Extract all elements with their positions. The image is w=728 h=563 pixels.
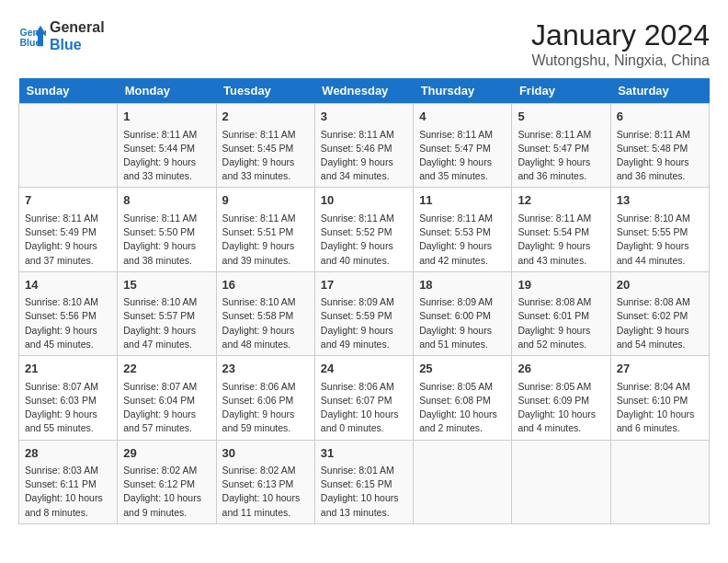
day-number: 5 [518, 108, 604, 126]
day-info: Sunrise: 8:08 AMSunset: 6:01 PMDaylight:… [518, 295, 604, 351]
month-title: January 2024 [531, 18, 710, 52]
location-subtitle: Wutongshu, Ningxia, China [531, 52, 710, 69]
calendar-cell: 6Sunrise: 8:11 AMSunset: 5:48 PMDaylight… [610, 104, 709, 188]
day-info: Sunrise: 8:10 AMSunset: 5:56 PMDaylight:… [25, 295, 111, 351]
day-info: Sunrise: 8:10 AMSunset: 5:58 PMDaylight:… [222, 295, 309, 351]
calendar-cell: 4Sunrise: 8:11 AMSunset: 5:47 PMDaylight… [414, 104, 512, 188]
weekday-header-friday: Friday [512, 78, 610, 104]
logo-icon: General Blue [18, 22, 46, 50]
day-info: Sunrise: 8:04 AMSunset: 6:10 PMDaylight:… [617, 380, 703, 436]
calendar-cell: 16Sunrise: 8:10 AMSunset: 5:58 PMDayligh… [216, 271, 314, 355]
day-number: 25 [419, 360, 506, 378]
day-info: Sunrise: 8:08 AMSunset: 6:02 PMDaylight:… [617, 295, 703, 351]
day-info: Sunrise: 8:05 AMSunset: 6:08 PMDaylight:… [419, 380, 506, 436]
calendar-cell: 26Sunrise: 8:05 AMSunset: 6:09 PMDayligh… [512, 356, 610, 440]
weekday-header-sunday: Sunday [19, 78, 118, 104]
calendar-cell: 27Sunrise: 8:04 AMSunset: 6:10 PMDayligh… [610, 356, 709, 440]
calendar-cell: 29Sunrise: 8:02 AMSunset: 6:12 PMDayligh… [118, 440, 216, 523]
day-info: Sunrise: 8:07 AMSunset: 6:04 PMDaylight:… [123, 380, 210, 436]
day-number: 18 [419, 276, 506, 294]
title-area: January 2024 Wutongshu, Ningxia, China [531, 18, 710, 69]
day-number: 23 [222, 360, 309, 378]
day-info: Sunrise: 8:09 AMSunset: 6:00 PMDaylight:… [419, 295, 506, 351]
day-number: 29 [123, 444, 210, 463]
calendar-cell: 15Sunrise: 8:10 AMSunset: 5:57 PMDayligh… [118, 271, 216, 355]
day-info: Sunrise: 8:01 AMSunset: 6:15 PMDaylight:… [321, 464, 407, 520]
calendar-cell: 9Sunrise: 8:11 AMSunset: 5:51 PMDaylight… [216, 188, 314, 271]
calendar-cell: 7Sunrise: 8:11 AMSunset: 5:49 PMDaylight… [19, 188, 118, 271]
day-info: Sunrise: 8:07 AMSunset: 6:03 PMDaylight:… [25, 380, 111, 436]
day-number: 9 [222, 191, 309, 210]
calendar-cell: 8Sunrise: 8:11 AMSunset: 5:50 PMDaylight… [118, 188, 216, 271]
day-info: Sunrise: 8:11 AMSunset: 5:47 PMDaylight:… [518, 128, 604, 184]
day-info: Sunrise: 8:10 AMSunset: 5:55 PMDaylight:… [617, 212, 703, 268]
day-info: Sunrise: 8:03 AMSunset: 6:11 PMDaylight:… [25, 464, 111, 520]
calendar-cell: 5Sunrise: 8:11 AMSunset: 5:47 PMDaylight… [512, 104, 610, 188]
day-number: 13 [617, 191, 703, 210]
header: General Blue General Blue January 2024 W… [18, 18, 710, 69]
day-number: 6 [617, 108, 703, 126]
calendar-cell: 10Sunrise: 8:11 AMSunset: 5:52 PMDayligh… [314, 188, 413, 271]
day-number: 31 [321, 444, 407, 463]
day-number: 27 [617, 360, 703, 378]
calendar-cell: 21Sunrise: 8:07 AMSunset: 6:03 PMDayligh… [19, 356, 118, 440]
calendar-cell: 3Sunrise: 8:11 AMSunset: 5:46 PMDaylight… [314, 104, 413, 188]
calendar-cell: 28Sunrise: 8:03 AMSunset: 6:11 PMDayligh… [19, 440, 118, 523]
day-info: Sunrise: 8:09 AMSunset: 5:59 PMDaylight:… [321, 295, 407, 351]
day-number: 3 [321, 108, 407, 126]
day-info: Sunrise: 8:06 AMSunset: 6:07 PMDaylight:… [321, 380, 407, 436]
day-number: 30 [222, 444, 309, 463]
day-info: Sunrise: 8:11 AMSunset: 5:49 PMDaylight:… [25, 212, 111, 268]
calendar-cell: 17Sunrise: 8:09 AMSunset: 5:59 PMDayligh… [314, 271, 413, 355]
day-info: Sunrise: 8:11 AMSunset: 5:54 PMDaylight:… [518, 212, 604, 268]
day-info: Sunrise: 8:02 AMSunset: 6:13 PMDaylight:… [222, 464, 309, 520]
day-info: Sunrise: 8:11 AMSunset: 5:44 PMDaylight:… [123, 128, 210, 184]
calendar-cell [610, 440, 709, 523]
calendar-cell: 19Sunrise: 8:08 AMSunset: 6:01 PMDayligh… [512, 271, 610, 355]
weekday-header-saturday: Saturday [610, 78, 709, 104]
calendar-cell [512, 440, 610, 523]
weekday-header-monday: Monday [118, 78, 216, 104]
day-info: Sunrise: 8:11 AMSunset: 5:45 PMDaylight:… [222, 128, 309, 184]
day-number: 1 [123, 108, 210, 126]
day-info: Sunrise: 8:11 AMSunset: 5:46 PMDaylight:… [321, 128, 407, 184]
svg-text:Blue: Blue [20, 37, 41, 48]
calendar-cell: 18Sunrise: 8:09 AMSunset: 6:00 PMDayligh… [414, 271, 512, 355]
day-number: 4 [419, 108, 506, 126]
calendar-table: SundayMondayTuesdayWednesdayThursdayFrid… [18, 78, 710, 524]
calendar-cell: 30Sunrise: 8:02 AMSunset: 6:13 PMDayligh… [216, 440, 314, 523]
calendar-cell: 20Sunrise: 8:08 AMSunset: 6:02 PMDayligh… [610, 271, 709, 355]
day-number: 20 [617, 276, 703, 294]
day-number: 19 [518, 276, 604, 294]
day-number: 24 [321, 360, 407, 378]
weekday-header-wednesday: Wednesday [314, 78, 413, 104]
day-number: 11 [419, 191, 506, 210]
calendar-cell [414, 440, 512, 523]
calendar-cell: 31Sunrise: 8:01 AMSunset: 6:15 PMDayligh… [314, 440, 413, 523]
logo-blue: Blue [50, 36, 105, 53]
calendar-cell: 12Sunrise: 8:11 AMSunset: 5:54 PMDayligh… [512, 188, 610, 271]
logo: General Blue General Blue [18, 18, 105, 53]
day-info: Sunrise: 8:11 AMSunset: 5:47 PMDaylight:… [419, 128, 506, 184]
calendar-cell: 25Sunrise: 8:05 AMSunset: 6:08 PMDayligh… [414, 356, 512, 440]
day-info: Sunrise: 8:11 AMSunset: 5:51 PMDaylight:… [222, 212, 309, 268]
weekday-header-tuesday: Tuesday [216, 78, 314, 104]
day-number: 28 [25, 444, 111, 463]
calendar-cell: 11Sunrise: 8:11 AMSunset: 5:53 PMDayligh… [414, 188, 512, 271]
day-number: 15 [123, 276, 210, 294]
day-info: Sunrise: 8:11 AMSunset: 5:48 PMDaylight:… [617, 128, 703, 184]
day-info: Sunrise: 8:11 AMSunset: 5:52 PMDaylight:… [321, 212, 407, 268]
day-info: Sunrise: 8:02 AMSunset: 6:12 PMDaylight:… [123, 464, 210, 520]
day-number: 2 [222, 108, 309, 126]
logo-general: General [50, 18, 105, 36]
calendar-cell: 23Sunrise: 8:06 AMSunset: 6:06 PMDayligh… [216, 356, 314, 440]
day-info: Sunrise: 8:05 AMSunset: 6:09 PMDaylight:… [518, 380, 604, 436]
calendar-cell: 22Sunrise: 8:07 AMSunset: 6:04 PMDayligh… [118, 356, 216, 440]
day-number: 26 [518, 360, 604, 378]
calendar-cell: 2Sunrise: 8:11 AMSunset: 5:45 PMDaylight… [216, 104, 314, 188]
day-number: 10 [321, 191, 407, 210]
day-number: 21 [25, 360, 111, 378]
day-info: Sunrise: 8:06 AMSunset: 6:06 PMDaylight:… [222, 380, 309, 436]
day-number: 14 [25, 276, 111, 294]
day-number: 22 [123, 360, 210, 378]
